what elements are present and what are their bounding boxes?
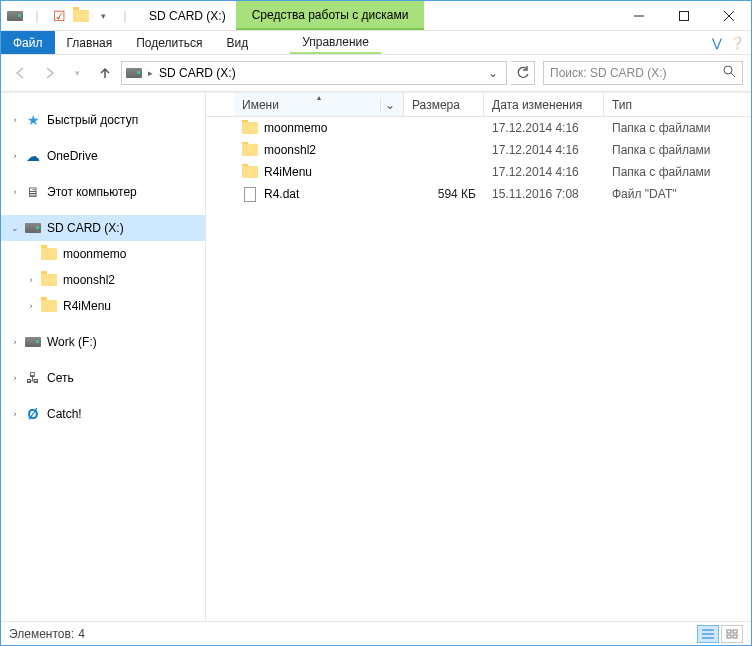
qat-separator: | <box>117 8 133 24</box>
tree-label: Этот компьютер <box>45 185 137 199</box>
details-icon <box>702 629 714 639</box>
arrow-up-icon <box>98 66 112 80</box>
properties-icon[interactable]: ☑ <box>51 8 67 24</box>
column-name[interactable]: ▴ Имени ⌄ <box>234 93 404 116</box>
file-row[interactable]: R4.dat594 КБ15.11.2016 7:08Файл "DAT" <box>206 183 751 205</box>
arrow-left-icon <box>14 66 28 80</box>
address-bar[interactable]: ▸ SD CARD (X:) ⌄ <box>121 61 507 85</box>
tree-onedrive[interactable]: › ☁ OneDrive <box>1 143 205 169</box>
folder-icon <box>242 164 258 180</box>
folder-icon <box>41 246 57 262</box>
tree-label: Work (F:) <box>45 335 97 349</box>
titlebar: | ☑ ▾ | SD CARD (X:) Средства работы с д… <box>1 1 751 31</box>
back-button[interactable] <box>9 61 33 85</box>
view-details-button[interactable] <box>697 625 719 643</box>
search-icon[interactable] <box>723 65 736 81</box>
expand-icon[interactable]: › <box>9 337 21 347</box>
file-icon <box>242 186 258 202</box>
file-row[interactable]: moonshl217.12.2014 4:16Папка с файлами <box>206 139 751 161</box>
ribbon-context-label: Средства работы с дисками <box>236 1 425 30</box>
ribbon-tab-share[interactable]: Поделиться <box>124 31 214 54</box>
quick-access-toolbar: | ☑ ▾ | <box>1 1 139 30</box>
file-row[interactable]: moonmemo17.12.2014 4:16Папка с файлами <box>206 117 751 139</box>
maximize-button[interactable] <box>661 1 706 30</box>
minimize-button[interactable] <box>616 1 661 30</box>
svg-rect-11 <box>727 635 731 638</box>
file-name: moonshl2 <box>264 143 316 157</box>
cell-type: Папка с файлами <box>604 165 744 179</box>
tree-folder[interactable]: › moonshl2 <box>1 267 205 293</box>
folder-icon <box>41 272 57 288</box>
tree-label: Сеть <box>45 371 74 385</box>
forward-button[interactable] <box>37 61 61 85</box>
column-headers: ▴ Имени ⌄ Размера Дата изменения Тип <box>206 93 751 117</box>
cell-size: 594 КБ <box>404 187 484 201</box>
breadcrumb-separator-icon[interactable]: ▸ <box>148 68 153 78</box>
refresh-button[interactable] <box>511 61 535 85</box>
tree-network[interactable]: › 🖧 Сеть <box>1 365 205 391</box>
tree-sdcard[interactable]: ⌄ SD CARD (X:) <box>1 215 205 241</box>
pc-icon: 🖥 <box>25 184 41 200</box>
expand-icon[interactable]: › <box>25 275 37 285</box>
expand-icon[interactable]: › <box>9 409 21 419</box>
ribbon-tab-manage[interactable]: Управление <box>290 31 381 54</box>
window-controls <box>616 1 751 30</box>
column-dropdown-icon[interactable]: ⌄ <box>380 98 395 112</box>
cell-type: Папка с файлами <box>604 143 744 157</box>
search-input[interactable]: Поиск: SD CARD (X:) <box>543 61 743 85</box>
tree-label: OneDrive <box>45 149 98 163</box>
tree-catch[interactable]: › Ø Catch! <box>1 401 205 427</box>
window-title: SD CARD (X:) <box>139 1 236 30</box>
folder-icon[interactable] <box>73 8 89 24</box>
file-name: R4.dat <box>264 187 299 201</box>
svg-rect-10 <box>733 630 737 633</box>
view-large-button[interactable] <box>721 625 743 643</box>
drive-icon <box>25 220 41 236</box>
tree-quick-access[interactable]: › ★ Быстрый доступ <box>1 107 205 133</box>
expand-icon[interactable]: › <box>25 301 37 311</box>
column-type[interactable]: Тип <box>604 93 724 116</box>
network-icon: 🖧 <box>25 370 41 386</box>
up-button[interactable] <box>93 61 117 85</box>
address-dropdown-icon[interactable]: ⌄ <box>484 66 502 80</box>
expand-icon[interactable]: › <box>9 115 21 125</box>
ribbon: Файл Главная Поделиться Вид Управление ⋁… <box>1 31 751 55</box>
breadcrumb[interactable]: SD CARD (X:) <box>159 66 236 80</box>
tree-label: R4iMenu <box>61 299 111 313</box>
cell-date: 17.12.2014 4:16 <box>484 165 604 179</box>
folder-icon <box>242 120 258 136</box>
cell-date: 17.12.2014 4:16 <box>484 143 604 157</box>
expand-icon[interactable]: › <box>9 373 21 383</box>
help-icon[interactable]: ❔ <box>730 36 745 50</box>
close-button[interactable] <box>706 1 751 30</box>
expand-icon[interactable]: › <box>9 151 21 161</box>
cell-name: R4iMenu <box>234 164 404 180</box>
svg-line-5 <box>731 73 735 77</box>
refresh-icon <box>516 66 530 80</box>
ribbon-tab-file[interactable]: Файл <box>1 31 55 54</box>
drive-icon <box>7 8 23 24</box>
column-label: Дата изменения <box>492 98 582 112</box>
tree-label: Быстрый доступ <box>45 113 138 127</box>
collapse-icon[interactable]: ⌄ <box>9 223 21 233</box>
tree-work-drive[interactable]: › Work (F:) <box>1 329 205 355</box>
file-name: R4iMenu <box>264 165 312 179</box>
column-date[interactable]: Дата изменения <box>484 93 604 116</box>
expand-icon[interactable]: › <box>9 187 21 197</box>
drive-icon <box>126 65 142 81</box>
ribbon-expand-icon[interactable]: ⋁ <box>712 36 722 50</box>
history-dropdown[interactable]: ▾ <box>65 61 89 85</box>
maximize-icon <box>679 11 689 21</box>
file-row[interactable]: R4iMenu17.12.2014 4:16Папка с файлами <box>206 161 751 183</box>
tree-this-pc[interactable]: › 🖥 Этот компьютер <box>1 179 205 205</box>
ribbon-tab-home[interactable]: Главная <box>55 31 125 54</box>
nav-tree: › ★ Быстрый доступ › ☁ OneDrive › 🖥 Этот… <box>1 93 206 621</box>
column-size[interactable]: Размера <box>404 93 484 116</box>
drive-icon <box>25 334 41 350</box>
file-rows: moonmemo17.12.2014 4:16Папка с файламиmo… <box>206 117 751 621</box>
ribbon-tab-view[interactable]: Вид <box>214 31 260 54</box>
tree-folder[interactable]: moonmemo <box>1 241 205 267</box>
qat-dropdown-icon[interactable]: ▾ <box>95 8 111 24</box>
search-placeholder: Поиск: SD CARD (X:) <box>550 66 667 80</box>
tree-folder[interactable]: › R4iMenu <box>1 293 205 319</box>
